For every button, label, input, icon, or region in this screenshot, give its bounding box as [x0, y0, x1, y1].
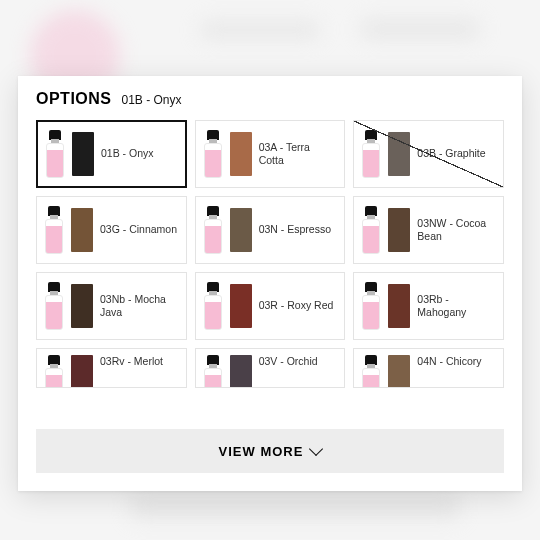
- color-swatch: [230, 355, 252, 388]
- bottle-icon: [203, 130, 223, 178]
- color-swatch: [230, 284, 252, 328]
- color-swatch: [388, 355, 410, 388]
- color-swatch: [230, 208, 252, 252]
- bottle-icon: [203, 282, 223, 330]
- color-swatch: [71, 284, 93, 328]
- option-label: 03V - Orchid: [259, 355, 318, 368]
- color-swatch: [71, 208, 93, 252]
- option-label: 04N - Chicory: [417, 355, 481, 368]
- option-label: 03Nb - Mocha Java: [100, 293, 179, 319]
- bottle-icon: [361, 282, 381, 330]
- option-label: 03G - Cinnamon: [100, 223, 177, 236]
- options-header: OPTIONS 01B - Onyx: [36, 90, 504, 108]
- bottle-icon: [45, 130, 65, 178]
- options-panel: OPTIONS 01B - Onyx 01B - Onyx03A - Terra…: [18, 76, 522, 491]
- chevron-down-icon: [309, 442, 323, 456]
- option-label: 03NW - Cocoa Bean: [417, 217, 496, 243]
- fade-overlay: [36, 401, 504, 431]
- option-card[interactable]: 01B - Onyx: [36, 120, 187, 188]
- option-card[interactable]: 03Nb - Mocha Java: [36, 272, 187, 340]
- color-swatch: [388, 284, 410, 328]
- bottle-icon: [44, 355, 64, 388]
- bottle-icon: [203, 206, 223, 254]
- option-label: 03Rb - Mahogany: [417, 293, 496, 319]
- options-grid: 01B - Onyx03A - Terra Cotta03B - Graphit…: [36, 120, 504, 388]
- option-card[interactable]: 04N - Chicory: [353, 348, 504, 388]
- option-card[interactable]: 03Rv - Merlot: [36, 348, 187, 388]
- option-label: 03R - Roxy Red: [259, 299, 334, 312]
- color-swatch: [230, 132, 252, 176]
- options-title: OPTIONS: [36, 90, 112, 108]
- bottle-icon: [361, 355, 381, 388]
- bottle-icon: [361, 206, 381, 254]
- option-label: 03N - Espresso: [259, 223, 331, 236]
- bottle-icon: [361, 130, 381, 178]
- option-card[interactable]: 03V - Orchid: [195, 348, 346, 388]
- option-label: 03Rv - Merlot: [100, 355, 163, 368]
- option-card[interactable]: 03N - Espresso: [195, 196, 346, 264]
- color-swatch: [71, 355, 93, 388]
- view-more-label: VIEW MORE: [219, 444, 304, 459]
- options-selected-value: 01B - Onyx: [122, 93, 182, 107]
- option-card[interactable]: 03Rb - Mahogany: [353, 272, 504, 340]
- bottle-icon: [44, 282, 64, 330]
- view-more-button[interactable]: VIEW MORE: [36, 429, 504, 473]
- option-card: 03B - Graphite: [353, 120, 504, 188]
- color-swatch: [72, 132, 94, 176]
- color-swatch: [388, 132, 410, 176]
- option-card[interactable]: 03A - Terra Cotta: [195, 120, 346, 188]
- option-label: 01B - Onyx: [101, 147, 154, 160]
- option-card[interactable]: 03G - Cinnamon: [36, 196, 187, 264]
- color-swatch: [388, 208, 410, 252]
- option-card[interactable]: 03R - Roxy Red: [195, 272, 346, 340]
- option-card[interactable]: 03NW - Cocoa Bean: [353, 196, 504, 264]
- option-label: 03B - Graphite: [417, 147, 485, 160]
- bottle-icon: [203, 355, 223, 388]
- bottle-icon: [44, 206, 64, 254]
- option-label: 03A - Terra Cotta: [259, 141, 338, 167]
